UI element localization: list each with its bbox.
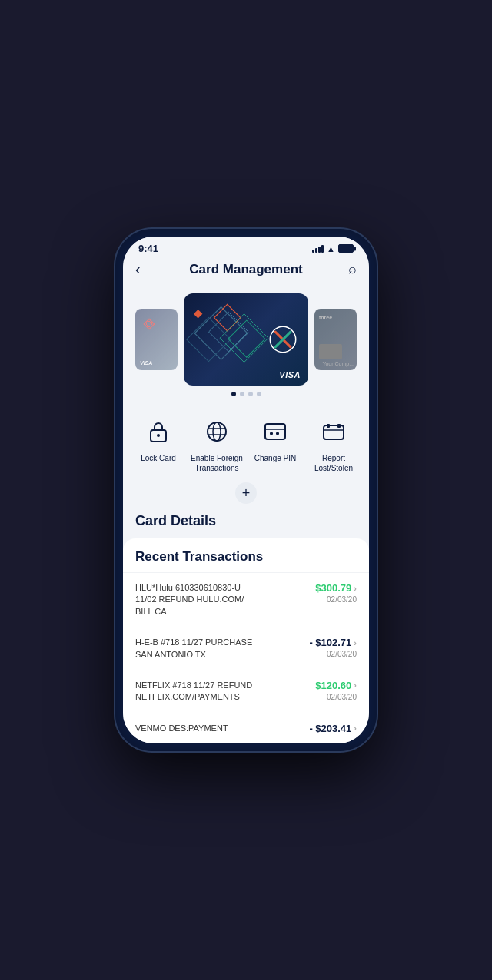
report-lost-label: Report Lost/Stolen — [307, 453, 361, 473]
lock-icon — [141, 415, 175, 449]
table-row[interactable]: VENMO DES:PAYMENT - $203.41 › — [123, 713, 369, 743]
battery-icon — [338, 244, 354, 253]
header: ‹ Card Management ⌕ — [123, 257, 369, 286]
card-left-visa: VISA — [140, 360, 173, 366]
svg-rect-6 — [194, 310, 202, 318]
lock-card-action[interactable]: Lock Card — [131, 415, 185, 473]
report-lost-action[interactable]: Report Lost/Stolen — [307, 415, 361, 473]
svg-rect-2 — [187, 317, 231, 361]
lock-card-label: Lock Card — [141, 453, 176, 463]
enable-foreign-label: Enable Foreign Transactions — [190, 453, 244, 473]
carousel-dot-3 — [248, 392, 253, 396]
card-details-title: Card Details — [135, 513, 216, 528]
report-icon — [317, 415, 351, 449]
change-pin-label: Change PIN — [254, 453, 296, 463]
transaction-amount: $120.60 › — [315, 680, 357, 691]
carousel-dot-1 — [231, 392, 236, 396]
divider-section: + — [123, 479, 369, 504]
phone-frame: 9:41 ▲ ‹ Card Management ⌕ — [115, 229, 377, 751]
page-title: Card Management — [189, 262, 302, 277]
card-right-side[interactable]: three Your Comp... — [314, 309, 357, 370]
wifi-icon: ▲ — [327, 244, 335, 253]
carousel-dots — [135, 392, 357, 396]
svg-point-12 — [208, 422, 226, 441]
transactions-section: Recent Transactions HLU*Hulu 61033061083… — [123, 538, 369, 743]
transaction-amount: $300.79 › — [315, 582, 357, 594]
transaction-date: 02/03/20 — [327, 693, 357, 701]
chevron-right-icon: › — [354, 680, 357, 690]
svg-rect-16 — [265, 424, 285, 439]
transaction-description: VENMO DES:PAYMENT — [135, 723, 303, 734]
chevron-right-icon: › — [354, 584, 357, 593]
globe-icon — [200, 415, 234, 449]
expand-button[interactable]: + — [235, 482, 257, 504]
status-time: 9:41 — [138, 243, 158, 254]
pin-icon — [258, 415, 292, 449]
transaction-amount: - $203.41 › — [309, 723, 357, 734]
card-main[interactable]: VISA — [184, 293, 308, 386]
chevron-right-icon: › — [354, 723, 357, 733]
scroll-content[interactable]: VISA — [123, 286, 369, 743]
chevron-right-icon: › — [354, 638, 357, 647]
transaction-date: 02/03/20 — [327, 650, 357, 658]
status-icons: ▲ — [312, 244, 354, 253]
phone-screen: 9:41 ▲ ‹ Card Management ⌕ — [123, 237, 369, 743]
cards-row: VISA — [135, 293, 357, 386]
card-visa-label: VISA — [279, 370, 301, 379]
svg-point-13 — [213, 422, 221, 441]
transaction-right: $300.79 › 02/03/20 — [315, 582, 357, 604]
transaction-amount: - $102.71 › — [309, 637, 357, 648]
carousel-dot-4 — [257, 392, 261, 396]
svg-rect-19 — [276, 432, 279, 435]
svg-point-11 — [157, 434, 160, 437]
table-row[interactable]: H-E-B #718 11/27 PURCHASESAN ANTONIO TX … — [123, 627, 369, 670]
svg-rect-20 — [324, 425, 344, 439]
transaction-right: - $102.71 › 02/03/20 — [309, 637, 357, 658]
table-row[interactable]: HLU*Hulu 610330610830-U11/02 REFUND HULU… — [123, 572, 369, 627]
transaction-description: HLU*Hulu 610330610830-U11/02 REFUND HULU… — [135, 582, 309, 617]
card-details-section: Card Details — [123, 504, 369, 535]
quick-actions: Lock Card Enable Foreign Transactions — [123, 402, 369, 479]
transactions-title: Recent Transactions — [135, 549, 263, 564]
signal-icon — [312, 245, 324, 253]
svg-rect-18 — [270, 432, 273, 435]
enable-foreign-action[interactable]: Enable Foreign Transactions — [190, 415, 244, 473]
status-bar: 9:41 ▲ — [123, 237, 369, 257]
table-row[interactable]: NETFLIX #718 11/27 REFUNDNETFLIX.COM/PAY… — [123, 670, 369, 713]
search-button[interactable]: ⌕ — [334, 261, 357, 277]
card-logo — [268, 325, 298, 354]
svg-rect-22 — [327, 424, 330, 428]
transactions-header: Recent Transactions — [123, 538, 369, 572]
svg-rect-23 — [337, 424, 341, 428]
card-left-side[interactable]: VISA — [135, 309, 178, 370]
transaction-right: $120.60 › 02/03/20 — [315, 680, 357, 701]
change-pin-action[interactable]: Change PIN — [248, 415, 302, 473]
transaction-description: H-E-B #718 11/27 PURCHASESAN ANTONIO TX — [135, 637, 303, 661]
transaction-date: 02/03/20 — [327, 595, 357, 604]
transaction-description: NETFLIX #718 11/27 REFUNDNETFLIX.COM/PAY… — [135, 680, 309, 704]
card-carousel: VISA — [123, 286, 369, 402]
carousel-dot-2 — [240, 392, 244, 396]
svg-rect-0 — [194, 307, 248, 360]
transaction-right: - $203.41 › — [309, 723, 357, 734]
back-button[interactable]: ‹ — [135, 260, 158, 278]
